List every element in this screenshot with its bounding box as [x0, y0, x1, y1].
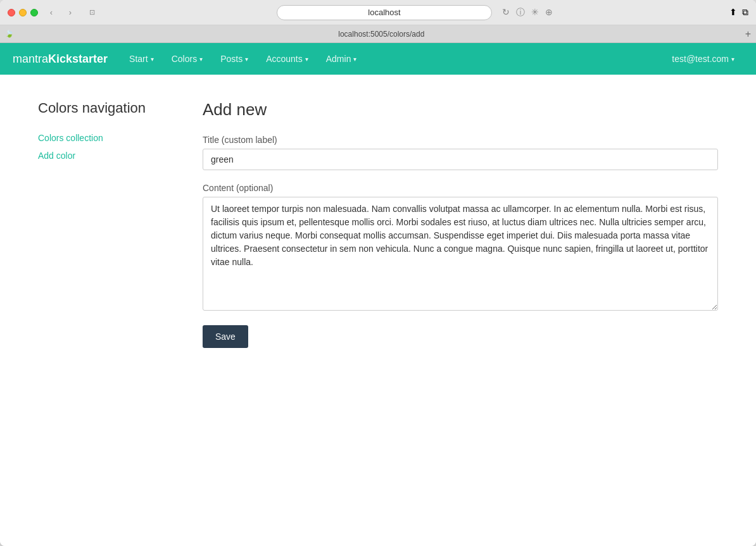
nav-item-start[interactable]: Start ▾: [120, 43, 163, 75]
minimize-button[interactable]: [19, 9, 27, 16]
nav-item-posts[interactable]: Posts ▾: [211, 43, 257, 75]
browser-titlebar: ‹ › ⊡ localhost ↻ ⓘ ✳ ⊕ ⬆ ⧉: [0, 0, 756, 25]
nav-caret-posts: ▾: [245, 56, 248, 63]
tab-favicon: 🍃: [5, 30, 14, 38]
address-text: localhost: [368, 8, 400, 17]
nav-item-accounts[interactable]: Accounts ▾: [257, 43, 317, 75]
maximize-button[interactable]: [30, 9, 38, 16]
window-view-button[interactable]: ⊡: [84, 6, 100, 19]
title-input[interactable]: [203, 149, 718, 170]
duplicate-icon[interactable]: ⧉: [742, 7, 748, 18]
forward-button[interactable]: ›: [62, 6, 79, 19]
nav-label-posts: Posts: [220, 54, 243, 64]
nav-item-admin[interactable]: Admin ▾: [317, 43, 366, 75]
sidebar-link-add-color[interactable]: Add color: [38, 147, 177, 164]
address-bar-area: localhost ↻ ⓘ ✳ ⊕: [105, 5, 724, 20]
brand-prefix: mantra: [13, 53, 48, 65]
nav-item-colors[interactable]: Colors ▾: [163, 43, 211, 75]
nav-caret-accounts: ▾: [305, 56, 308, 63]
nav-caret-user: ▾: [731, 56, 734, 63]
nav-caret-admin: ▾: [353, 56, 356, 63]
back-button[interactable]: ‹: [43, 6, 60, 19]
right-icons: ⬆ ⧉: [729, 7, 748, 18]
new-tab-button[interactable]: +: [745, 28, 751, 40]
browser-window: ‹ › ⊡ localhost ↻ ⓘ ✳ ⊕ ⬆ ⧉ 🍃 localhost:…: [0, 0, 756, 546]
traffic-lights: [8, 9, 38, 16]
content-form-group: Content (optional): [203, 183, 718, 313]
sidebar-link-colors-collection[interactable]: Colors collection: [38, 129, 177, 147]
save-button[interactable]: Save: [203, 325, 248, 348]
tab-url: localhost:5005/colors/add: [18, 30, 745, 39]
refresh-icon[interactable]: ↻: [502, 7, 510, 18]
address-bar[interactable]: localhost: [277, 5, 492, 20]
nav-caret-colors: ▾: [199, 56, 203, 63]
nav-caret-start: ▾: [151, 56, 154, 63]
main-content: Colors navigation Colors collection Add …: [0, 75, 756, 373]
share-icon[interactable]: ✳: [531, 7, 539, 18]
bookmark-icon[interactable]: ⊕: [545, 7, 553, 18]
nav-buttons: ‹ ›: [43, 6, 79, 19]
form-title: Add new: [203, 100, 718, 120]
brand-suffix: Kickstarter: [48, 53, 108, 65]
upload-icon[interactable]: ⬆: [729, 7, 737, 18]
content-textarea[interactable]: [203, 197, 718, 311]
navbar-brand[interactable]: mantraKickstarter: [13, 53, 108, 66]
sidebar: Colors navigation Colors collection Add …: [38, 100, 177, 348]
sidebar-title: Colors navigation: [38, 100, 177, 116]
info-icon[interactable]: ⓘ: [516, 7, 525, 18]
nav-label-colors: Colors: [172, 54, 197, 64]
title-label: Title (custom label): [203, 135, 718, 145]
form-area: Add new Title (custom label) Content (op…: [203, 100, 718, 348]
nav-label-admin: Admin: [326, 54, 351, 64]
title-form-group: Title (custom label): [203, 135, 718, 170]
user-email: test@test.com: [672, 54, 729, 64]
close-button[interactable]: [8, 9, 15, 16]
browser-tabbar: 🍃 localhost:5005/colors/add +: [0, 25, 756, 43]
content-label: Content (optional): [203, 183, 718, 193]
app-body: mantraKickstarter Start ▾ Colors ▾ Posts…: [0, 43, 756, 546]
nav-label-accounts: Accounts: [266, 54, 303, 64]
nav-label-start: Start: [129, 54, 148, 64]
nav-item-user[interactable]: test@test.com ▾: [663, 43, 743, 75]
navbar: mantraKickstarter Start ▾ Colors ▾ Posts…: [0, 43, 756, 75]
toolbar-icons: ↻ ⓘ ✳ ⊕: [502, 7, 553, 18]
navbar-right: test@test.com ▾: [663, 43, 743, 75]
